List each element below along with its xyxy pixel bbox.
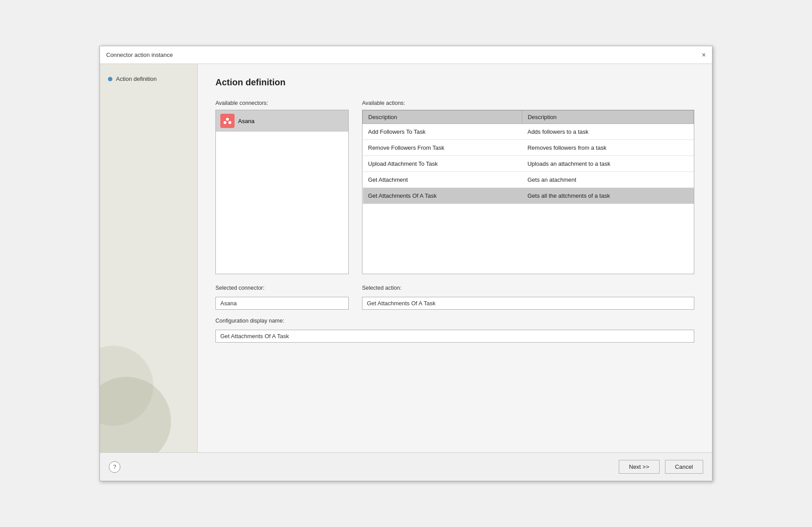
action-description: Gets all the attchments of a task: [522, 188, 693, 204]
action-description: Gets an atachment: [522, 172, 693, 188]
footer-right: Next >> Cancel: [619, 460, 703, 474]
close-button[interactable]: ×: [702, 52, 706, 59]
selected-action-group: Selected action:: [362, 285, 694, 310]
action-name: Add Followers To Task: [363, 124, 522, 140]
next-button[interactable]: Next >>: [619, 460, 660, 474]
dialog-body: Action definition Action definition Avai…: [100, 64, 712, 452]
two-col-layout: Available connectors: Asana: [215, 100, 694, 274]
action-name: Upload Attachment To Task: [363, 156, 522, 172]
svg-point-0: [226, 118, 229, 120]
selected-action-input[interactable]: [362, 297, 694, 310]
dialog-footer: ? Next >> Cancel: [100, 452, 712, 481]
table-row[interactable]: Get AttachmentGets an atachment: [363, 172, 694, 188]
help-button[interactable]: ?: [109, 461, 120, 473]
selected-connector-label: Selected connector:: [215, 285, 349, 291]
cancel-button[interactable]: Cancel: [665, 460, 703, 474]
available-connectors-label: Available connectors:: [215, 100, 349, 106]
asana-icon: [220, 114, 235, 128]
available-actions-label: Available actions:: [362, 100, 694, 106]
sidebar-item-label: Action definition: [116, 76, 157, 82]
selected-connector-input[interactable]: [215, 297, 349, 310]
action-description: Removes followers from a task: [522, 140, 693, 156]
page-title: Action definition: [215, 77, 694, 88]
connector-item-asana[interactable]: Asana: [216, 110, 348, 132]
col-header-name: Description: [363, 111, 522, 124]
actions-table: Description Description Add Followers To…: [362, 110, 694, 204]
connector-list[interactable]: Asana: [215, 110, 349, 274]
sidebar-item-action-definition[interactable]: Action definition: [104, 73, 193, 85]
main-content: Action definition Available connectors:: [198, 64, 712, 452]
field-row-2: Configuration display name:: [215, 318, 694, 343]
action-name: Remove Followers From Task: [363, 140, 522, 156]
table-row[interactable]: Upload Attachment To TaskUploads an atta…: [363, 156, 694, 172]
bottom-fields: Selected connector: Selected action: Con…: [215, 285, 694, 343]
field-row-1: Selected connector: Selected action:: [215, 285, 694, 310]
action-description: Uploads an attachment to a task: [522, 156, 693, 172]
connector-name: Asana: [238, 118, 255, 124]
actions-table-container[interactable]: Description Description Add Followers To…: [362, 110, 694, 274]
footer-left: ?: [109, 461, 120, 473]
col-header-desc: Description: [522, 111, 693, 124]
right-column: Available actions: Description Descripti…: [362, 100, 694, 274]
left-column: Available connectors: Asana: [215, 100, 349, 274]
config-display-name-label: Configuration display name:: [215, 318, 694, 324]
config-display-name-input[interactable]: [215, 330, 694, 343]
selected-action-label: Selected action:: [362, 285, 694, 291]
table-header-row: Description Description: [363, 111, 694, 124]
config-display-name-group: Configuration display name:: [215, 318, 694, 343]
sidebar: Action definition: [100, 64, 198, 452]
sidebar-dot: [108, 77, 112, 81]
table-row[interactable]: Remove Followers From TaskRemoves follow…: [363, 140, 694, 156]
action-description: Adds followers to a task: [522, 124, 693, 140]
dialog: Connector action instance × Action defin…: [100, 46, 712, 481]
dialog-title: Connector action instance: [106, 52, 173, 58]
action-name: Get Attachments Of A Task: [363, 188, 522, 204]
title-bar: Connector action instance ×: [100, 46, 712, 64]
action-name: Get Attachment: [363, 172, 522, 188]
table-row[interactable]: Add Followers To TaskAdds followers to a…: [363, 124, 694, 140]
selected-connector-group: Selected connector:: [215, 285, 349, 310]
table-row[interactable]: Get Attachments Of A TaskGets all the at…: [363, 188, 694, 204]
svg-point-2: [228, 121, 231, 124]
svg-point-1: [223, 121, 226, 124]
